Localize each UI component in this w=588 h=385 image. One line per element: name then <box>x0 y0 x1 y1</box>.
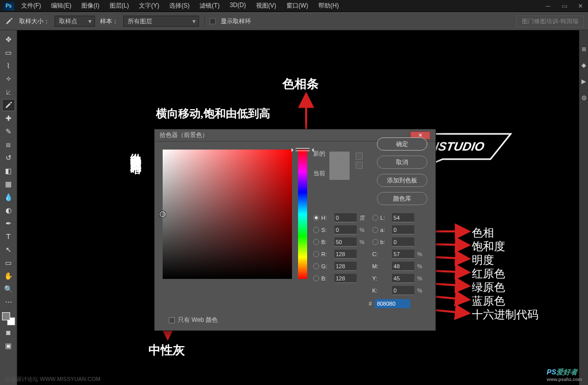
g-input[interactable] <box>334 262 357 271</box>
menu-3d[interactable]: 3D(D) <box>226 0 250 12</box>
tool-lasso[interactable]: ⌇ <box>2 60 15 72</box>
close-icon[interactable]: ✕ <box>573 1 588 11</box>
l-input[interactable] <box>392 213 414 222</box>
menu-window[interactable]: 窗口(W) <box>282 0 312 12</box>
foreground-color[interactable] <box>2 312 10 320</box>
a-input[interactable] <box>392 225 414 234</box>
hex-input[interactable] <box>375 299 410 308</box>
panel-icon-1[interactable]: ≣ <box>581 45 586 53</box>
anno-bri: 明度 <box>472 253 494 268</box>
r-input[interactable] <box>334 250 357 259</box>
s-radio[interactable]: S: <box>313 227 332 233</box>
hue-slider-thumb[interactable] <box>296 148 310 151</box>
panel-icon-4[interactable]: ◍ <box>581 94 586 101</box>
tool-move[interactable]: ✥ <box>2 33 15 45</box>
bc-input[interactable] <box>334 274 357 283</box>
tool-zoom[interactable]: 🔍 <box>2 283 15 295</box>
m-input[interactable] <box>392 262 414 271</box>
tool-type[interactable]: T <box>2 230 15 243</box>
r-radio[interactable]: R: <box>313 251 332 257</box>
tool-wand[interactable]: ✧ <box>2 73 15 85</box>
b-radio[interactable]: b: <box>372 239 390 245</box>
k-unit: % <box>416 287 427 294</box>
h-input[interactable] <box>334 213 357 222</box>
anno-hue: 色相 <box>472 225 494 240</box>
bv-radio[interactable]: B: <box>313 239 332 245</box>
sv-cursor[interactable] <box>160 211 166 217</box>
h-radio[interactable]: H: <box>313 215 332 221</box>
tool-shape[interactable]: ▭ <box>2 257 15 269</box>
tool-hand[interactable]: ✋ <box>2 270 15 282</box>
tool-pen[interactable]: ✒ <box>2 217 15 229</box>
anno-sat: 饱和度 <box>472 239 505 254</box>
panel-icon-3[interactable]: ▶ <box>581 78 586 85</box>
web-only-label: 只有 Web 颜色 <box>178 316 218 324</box>
gamut-warning-icon[interactable] <box>356 153 363 160</box>
bc-radio[interactable]: B: <box>313 275 332 281</box>
bv-unit: % <box>359 239 370 245</box>
menu-layer[interactable]: 图层(L) <box>106 0 133 12</box>
k-input[interactable] <box>392 286 414 295</box>
bv-input[interactable] <box>334 237 357 247</box>
tool-eraser[interactable]: ◧ <box>2 165 15 177</box>
tool-brush[interactable]: ✎ <box>2 125 15 137</box>
l-radio[interactable]: L: <box>372 215 390 221</box>
web-only-checkbox[interactable]: 只有 Web 颜色 <box>169 316 218 324</box>
ps-logo: Ps <box>3 2 14 11</box>
b-input[interactable] <box>392 237 414 247</box>
sv-field[interactable] <box>163 150 292 279</box>
tool-more[interactable]: ⋯ <box>2 296 15 308</box>
document-name: 图门修图培训-韩国瑞 <box>516 16 584 27</box>
websafe-warning-icon[interactable] <box>356 162 363 169</box>
tool-history[interactable]: ↺ <box>2 152 15 164</box>
menu-type[interactable]: 文字(Y) <box>135 0 163 12</box>
add-swatch-button[interactable]: 添加到色板 <box>377 174 427 187</box>
anno-hex: 十六进制代码 <box>472 307 538 322</box>
screenmode-icon[interactable]: ▣ <box>2 340 15 352</box>
show-ring-checkbox[interactable] <box>210 18 216 24</box>
c-unit: % <box>416 251 427 257</box>
menu-select[interactable]: 选择(S) <box>165 0 193 12</box>
panel-icon-2[interactable]: ◆ <box>581 62 586 69</box>
menu-image[interactable]: 图像(I) <box>77 0 103 12</box>
minimize-icon[interactable]: ─ <box>541 1 556 11</box>
a-radio[interactable]: a: <box>372 227 390 233</box>
main-menu: 文件(F) 编辑(E) 图像(I) 图层(L) 文字(Y) 选择(S) 滤镜(T… <box>17 0 343 12</box>
hex-hash: # <box>369 301 372 307</box>
cancel-button[interactable]: 取消 <box>377 156 427 169</box>
hue-slider[interactable] <box>298 150 307 279</box>
tool-crop[interactable]: ⟀ <box>2 86 15 98</box>
current-color <box>329 166 350 180</box>
tool-path[interactable]: ↖ <box>2 244 15 256</box>
sample-label: 样本： <box>100 17 118 26</box>
y-input[interactable] <box>392 274 414 283</box>
tool-eyedropper[interactable] <box>2 99 15 111</box>
menu-filter[interactable]: 滤镜(T) <box>195 0 223 12</box>
picker-buttons: 确定 取消 添加到色板 颜色库 <box>377 137 427 205</box>
maximize-icon[interactable]: ▭ <box>557 1 572 11</box>
checkbox-icon[interactable] <box>169 317 175 323</box>
menu-file[interactable]: 文件(F) <box>17 0 45 12</box>
menu-edit[interactable]: 编辑(E) <box>47 0 75 12</box>
color-swatch[interactable] <box>2 312 15 325</box>
tool-blur[interactable]: 💧 <box>2 191 15 203</box>
menu-view[interactable]: 视图(V) <box>252 0 280 12</box>
color-lib-button[interactable]: 颜色库 <box>377 192 427 205</box>
s-input[interactable] <box>334 225 357 234</box>
tool-heal[interactable]: ✚ <box>2 112 15 124</box>
menu-help[interactable]: 帮助(H) <box>314 0 343 12</box>
sample-dropdown[interactable]: 所有图层 <box>123 16 199 27</box>
m-label: M: <box>372 263 390 269</box>
tool-dodge[interactable]: ◐ <box>2 204 15 216</box>
sample-size-dropdown[interactable]: 取样点 <box>55 16 95 27</box>
tool-marquee[interactable]: ▭ <box>2 46 15 59</box>
tool-gradient[interactable]: ▦ <box>2 178 15 190</box>
tool-stamp[interactable]: ⧇ <box>2 138 15 151</box>
g-radio[interactable]: G: <box>313 263 332 269</box>
quickmask-icon[interactable]: ◙ <box>2 326 15 339</box>
sample-value: 所有图层 <box>128 17 152 26</box>
c-input[interactable] <box>392 250 414 259</box>
ok-button[interactable]: 确定 <box>377 137 427 151</box>
color-picker-dialog: 拾色器（前景色） ✕ 新的 当前 <box>154 129 436 331</box>
anno-neutral: 中性灰 <box>149 342 185 358</box>
